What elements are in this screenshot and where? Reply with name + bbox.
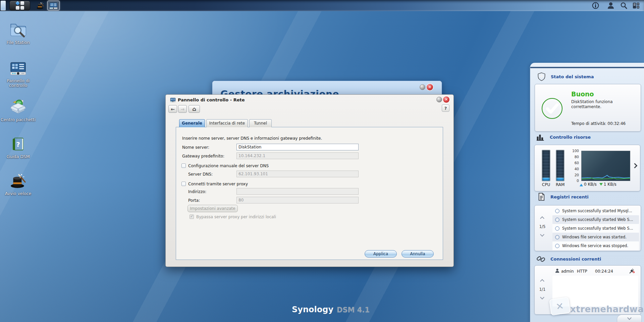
dialog-titlebar[interactable]: Pannello di controllo - Rete [166, 95, 453, 105]
connection-protocol: HTTP [577, 269, 587, 274]
magic-hat-icon [36, 2, 44, 10]
tab-generale[interactable]: Generale [179, 119, 205, 127]
log-row: Windows file service was stopped. [552, 241, 639, 250]
status-value: Buono [571, 90, 594, 98]
home-button[interactable] [189, 105, 200, 113]
connections-pager: 1/1 [537, 287, 547, 292]
logs-page-down-icon[interactable] [540, 232, 544, 237]
dns-manual-checkbox[interactable] [181, 164, 186, 168]
upload-speed: 0 KB/s [584, 182, 597, 187]
desktop-icon-control-panel[interactable]: Pannello di controllo [1, 60, 36, 88]
system-info-button[interactable] [591, 1, 600, 10]
info-dot-icon [555, 244, 559, 248]
bypass-proxy-label: Bypassa server proxy per indirizzi local… [196, 215, 276, 219]
gateway-label: Gateway predefinito: [182, 154, 224, 158]
widget-panel: Stato del sistema Buono DiskStation funz… [530, 63, 644, 322]
ram-label: RAM [556, 182, 565, 187]
advanced-settings-button: Impostazioni avanzate [187, 205, 238, 212]
logo-text: Synology [292, 305, 333, 314]
uptime-text: Tempo di attività: 00:32:46 [571, 121, 626, 126]
package-center-icon [10, 99, 26, 116]
forward-button[interactable] [178, 105, 187, 113]
server-name-label: Nome server: [182, 145, 209, 150]
dsm-desktop: File Station Pannello di controllo Centr… [0, 0, 644, 322]
y-tick: 40 [569, 167, 579, 171]
close-icon[interactable] [427, 84, 433, 90]
collapse-widget-panel-button[interactable] [617, 315, 642, 322]
taskbar-app-control-panel[interactable] [47, 1, 60, 10]
widget-title: Registri recenti [550, 194, 589, 199]
minimize-button[interactable] [436, 97, 442, 102]
desktop-icon-quick-start[interactable]: Avvio veloce [1, 173, 36, 196]
info-dot-icon [555, 226, 559, 231]
open-resource-monitor-chevron-icon[interactable] [632, 163, 638, 169]
folder-search-icon [9, 21, 27, 38]
system-status-header: Stato del sistema [537, 72, 594, 81]
connections-page-up-icon[interactable] [540, 279, 544, 283]
desktop-icon-file-station[interactable]: File Station [1, 21, 36, 45]
network-chart [581, 151, 630, 181]
disconnect-icon[interactable] [629, 268, 635, 274]
recent-logs-header: Registri recenti [537, 192, 589, 201]
address-label: Indirizzo: [188, 189, 206, 194]
watermark-text: xtremehardware.com [570, 304, 644, 314]
server-name-input[interactable] [236, 144, 359, 150]
back-button[interactable] [168, 105, 177, 113]
pilot-view-button[interactable] [632, 1, 640, 10]
chevron-down-icon [627, 316, 632, 320]
system-status-card: Buono DiskStation funziona correttamente… [535, 84, 641, 132]
widget-title: Stato del sistema [551, 74, 594, 79]
taskbar-app-quick-start[interactable] [35, 1, 46, 10]
tab-tunnel[interactable]: Tunnel [249, 119, 272, 127]
y-tick: 0 [569, 179, 579, 183]
log-row: System successfully started Web S... [552, 224, 639, 233]
info-dot-icon [555, 235, 559, 239]
desktop-icon-label: Avvio veloce [1, 191, 36, 196]
show-desktop-button[interactable] [1, 1, 6, 10]
bar-chart-icon [536, 133, 545, 142]
connection-time: 00:24:24 [595, 269, 613, 274]
dsm-version: DSM 4.1 [337, 306, 370, 314]
document-icon [537, 192, 546, 201]
info-icon [592, 2, 599, 9]
close-icon[interactable] [443, 96, 449, 103]
taskbar [0, 0, 644, 11]
proxy-checkbox[interactable] [181, 182, 186, 186]
minimize-button[interactable] [420, 84, 425, 90]
control-panel-network-dialog: Pannello di controllo - Rete ? Generale … [165, 94, 454, 267]
network-lines [582, 151, 630, 181]
main-menu-button[interactable] [9, 1, 30, 10]
recent-logs-card: 1/5 System successfully started Mysql...… [534, 205, 641, 251]
help-button[interactable]: ? [442, 104, 449, 112]
desktop-icon-label: Centro pacchetti [1, 118, 36, 122]
shield-icon [537, 72, 546, 81]
control-panel-icon [49, 1, 58, 10]
search-button[interactable] [620, 1, 628, 10]
logs-page-up-icon[interactable] [540, 216, 544, 221]
desktop-icon-dsm-help[interactable]: Guida DSM [1, 136, 36, 159]
magic-hat-icon [10, 173, 26, 189]
port-input [236, 197, 359, 203]
user-menu-button[interactable] [606, 1, 615, 10]
cancel-button[interactable]: Annulla [401, 250, 434, 258]
resource-monitor-card: CPU RAM 100 80 60 40 20 0 0 KB/s1 KB/s [534, 145, 640, 191]
control-panel-icon [10, 60, 26, 77]
user-icon [607, 2, 615, 10]
connections-page-down-icon[interactable] [540, 295, 544, 300]
gateway-input [236, 152, 359, 159]
log-row: System successfully started Web S... [552, 215, 639, 224]
pilot-view-icon [632, 2, 640, 9]
status-ok-icon [541, 98, 563, 119]
desktop-icon-package-center[interactable]: Centro pacchetti [1, 99, 36, 122]
synology-logo: SynologyDSM 4.1 [292, 305, 370, 314]
control-panel-icon [170, 97, 176, 103]
log-row: System successfully started Mysql... [552, 206, 639, 215]
link-icon [536, 254, 546, 264]
apply-button[interactable]: Applica [365, 250, 397, 258]
y-tick: 100 [569, 149, 579, 153]
download-arrow-icon [599, 183, 603, 187]
bypass-proxy-checkbox [190, 215, 194, 219]
tab-interfaccia-di-rete[interactable]: Interfaccia di rete [206, 119, 248, 127]
user-small-icon [555, 268, 560, 273]
widget-title: Controllo risorse [550, 135, 591, 140]
